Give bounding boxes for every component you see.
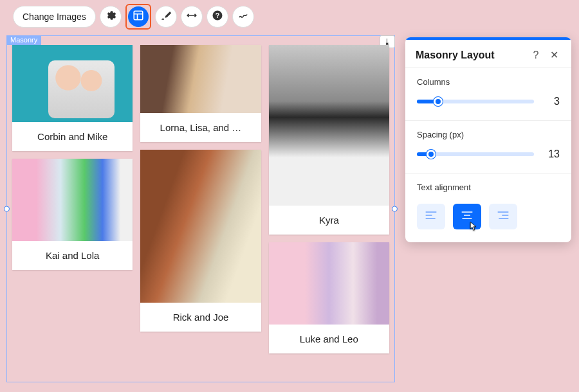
gallery-card[interactable]: Luke and Leo xyxy=(269,242,389,353)
settings-button[interactable] xyxy=(100,6,122,28)
brush-icon xyxy=(160,10,172,24)
text-align-section: Text alignment xyxy=(405,176,571,242)
slider-thumb[interactable] xyxy=(427,150,436,159)
close-icon: ✕ xyxy=(550,49,558,60)
gallery-card[interactable]: Rick and Joe xyxy=(140,150,261,332)
animation-button[interactable] xyxy=(232,6,254,28)
resize-handle-left[interactable] xyxy=(4,206,10,212)
resize-handle-right[interactable] xyxy=(392,206,398,212)
svg-rect-0 xyxy=(134,11,143,20)
columns-label: Columns xyxy=(417,77,560,87)
spacing-slider-row: 13 xyxy=(417,148,560,160)
masonry-column: Corbin and Mike Kai and Lola xyxy=(12,45,133,377)
masonry-layout-panel: Masonry Layout ? ✕ Columns 3 Spacing (px… xyxy=(405,37,571,242)
gallery-image xyxy=(269,242,389,325)
gallery-card[interactable]: Kai and Lola xyxy=(12,159,133,270)
editor-toolbar: Change Images ? xyxy=(13,4,254,30)
layout-icon xyxy=(133,10,144,24)
align-center-button[interactable] xyxy=(453,204,481,229)
text-align-options xyxy=(417,201,560,240)
align-center-icon xyxy=(461,210,473,223)
resize-horizontal-icon xyxy=(186,10,198,24)
gallery-card[interactable]: Corbin and Mike xyxy=(12,45,133,151)
help-icon: ? xyxy=(212,10,223,24)
change-images-button[interactable]: Change Images xyxy=(13,6,96,28)
panel-close-button[interactable]: ✕ xyxy=(547,49,561,61)
gallery-caption: Luke and Leo xyxy=(269,325,389,353)
masonry-column: Lorna, Lisa, and … Rick and Joe xyxy=(140,45,261,377)
resize-button[interactable] xyxy=(181,6,203,28)
spacing-slider[interactable] xyxy=(417,152,534,156)
selection-tag: Masonry xyxy=(6,35,41,45)
change-images-label: Change Images xyxy=(23,12,86,22)
panel-title: Masonry Layout xyxy=(416,49,525,61)
spacing-value: 13 xyxy=(543,148,560,160)
gallery-image xyxy=(12,159,133,241)
svg-text:?: ? xyxy=(216,12,219,19)
gallery-caption: Kai and Lola xyxy=(12,241,133,270)
text-align-label: Text alignment xyxy=(417,183,560,192)
masonry-gallery-selection[interactable]: Masonry ⭳ Corbin and Mike Kai and Lola L… xyxy=(6,35,395,382)
gallery-caption: Lorna, Lisa, and … xyxy=(140,113,261,142)
squiggle-icon xyxy=(237,10,249,24)
columns-slider[interactable] xyxy=(417,100,534,103)
masonry-grid: Corbin and Mike Kai and Lola Lorna, Lisa… xyxy=(12,45,389,377)
gallery-caption: Corbin and Mike xyxy=(12,122,133,151)
masonry-column: Kyra Luke and Leo xyxy=(269,45,389,377)
gallery-card[interactable]: Kyra xyxy=(269,45,389,235)
help-button[interactable]: ? xyxy=(207,6,228,28)
align-right-button[interactable] xyxy=(489,204,517,229)
cursor-icon xyxy=(467,221,480,234)
gallery-caption: Kyra xyxy=(269,206,389,235)
columns-section: Columns 3 xyxy=(405,71,571,120)
slider-thumb[interactable] xyxy=(434,97,443,106)
design-button[interactable] xyxy=(155,6,177,28)
gallery-image xyxy=(12,45,133,122)
columns-value: 3 xyxy=(543,96,560,107)
divider xyxy=(405,120,571,121)
spacing-label: Spacing (px) xyxy=(417,130,560,139)
layout-button[interactable] xyxy=(125,4,151,30)
gallery-card[interactable]: Lorna, Lisa, and … xyxy=(140,45,261,142)
gallery-image xyxy=(140,45,261,113)
spacing-section: Spacing (px) 13 xyxy=(405,123,571,173)
divider xyxy=(405,67,571,68)
panel-header: Masonry Layout ? ✕ xyxy=(405,40,571,67)
gallery-image xyxy=(140,150,261,303)
gallery-caption: Rick and Joe xyxy=(140,303,261,332)
divider xyxy=(405,173,571,174)
align-left-button[interactable] xyxy=(417,204,445,229)
align-left-icon xyxy=(425,210,437,223)
columns-slider-row: 3 xyxy=(417,96,560,107)
panel-help-button[interactable]: ? xyxy=(529,49,543,61)
align-right-icon xyxy=(497,210,510,223)
gallery-image xyxy=(269,45,389,206)
gear-icon xyxy=(105,10,116,24)
help-icon: ? xyxy=(533,49,539,60)
